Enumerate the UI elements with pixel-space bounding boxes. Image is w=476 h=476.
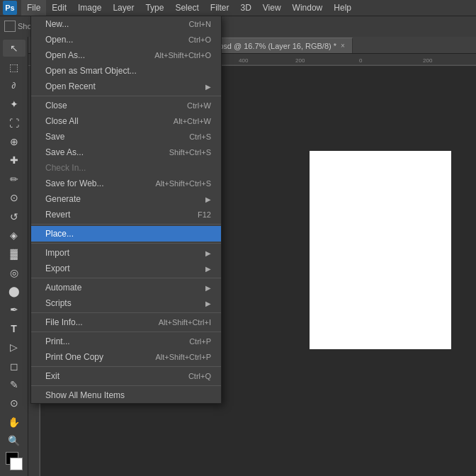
marquee-tool-button[interactable]: ⬚ (3, 58, 26, 75)
menu-item-automate[interactable]: Automate ▶ (31, 280, 221, 295)
menu-image[interactable]: Image (72, 0, 107, 16)
menu-item-scripts[interactable]: Scripts ▶ (31, 295, 221, 311)
gradient-tool-button[interactable]: ▓ (3, 245, 26, 262)
blur-tool-button[interactable]: ◎ (3, 264, 26, 281)
menu-type[interactable]: Type (140, 0, 169, 16)
menu-item-file-info[interactable]: File Info... Alt+Shift+Ctrl+I (31, 314, 221, 330)
magic-wand-tool-button[interactable]: ✦ (3, 96, 26, 113)
menu-item-save[interactable]: Save Ctrl+S (31, 129, 221, 144)
app-logo: Ps (3, 1, 17, 15)
menu-window[interactable]: Window (287, 0, 329, 16)
separator-7 (31, 366, 221, 367)
separator-5 (31, 312, 221, 313)
menu-item-import[interactable]: Import ▶ (31, 245, 221, 261)
lasso-tool-button[interactable]: ∂ (3, 77, 26, 94)
eyedropper2-tool-button[interactable]: ⊙ (3, 395, 26, 412)
menu-edit[interactable]: Edit (46, 0, 72, 16)
menu-3d[interactable]: 3D (234, 0, 256, 16)
separator-4 (31, 278, 221, 278)
svg-text:400: 400 (239, 57, 249, 64)
menu-item-close[interactable]: Close Ctrl+W (31, 98, 221, 113)
zoom-tool-button[interactable]: 🔍 (3, 432, 26, 449)
eraser-tool-button[interactable]: ◈ (3, 227, 26, 244)
shape-tool-button[interactable]: ◻ (3, 357, 26, 374)
menu-item-close-all[interactable]: Close All Alt+Ctrl+W (31, 113, 221, 129)
menu-item-show-all[interactable]: Show All Menu Items (31, 387, 221, 403)
crop-tool-button[interactable]: ⛶ (3, 115, 26, 132)
menu-item-new[interactable]: New... Ctrl+N (31, 16, 221, 32)
menu-item-save-for-web[interactable]: Save for Web... Alt+Shift+Ctrl+S (31, 176, 221, 191)
menu-item-open-recent[interactable]: Open Recent ▶ (31, 79, 221, 94)
stamp-tool-button[interactable]: ⊙ (3, 189, 26, 206)
menu-filter[interactable]: Filter (205, 0, 235, 16)
menu-item-open-smart-object[interactable]: Open as Smart Object... (31, 63, 221, 79)
menu-item-generate[interactable]: Generate ▶ (31, 191, 221, 207)
eyedropper-tool-button[interactable]: ⊕ (3, 133, 26, 150)
separator-1 (31, 96, 221, 96)
separator-6 (31, 332, 221, 332)
healing-tool-button[interactable]: ✚ (3, 152, 26, 169)
notes-tool-button[interactable]: ✎ (3, 376, 26, 393)
history-tool-button[interactable]: ↺ (3, 208, 26, 225)
hand-tool-button[interactable]: ✋ (3, 414, 26, 431)
path-tool-button[interactable]: ▷ (3, 339, 26, 356)
menu-file[interactable]: File (21, 0, 46, 16)
menu-item-open[interactable]: Open... Ctrl+O (31, 32, 221, 47)
menu-item-revert[interactable]: Revert F12 (31, 207, 221, 222)
menu-view[interactable]: View (257, 0, 287, 16)
color-picker[interactable] (3, 452, 26, 473)
menu-item-open-as[interactable]: Open As... Alt+Shift+Ctrl+O (31, 47, 221, 63)
menu-item-save-as[interactable]: Save As... Shift+Ctrl+S (31, 144, 221, 160)
move-tool-button[interactable]: ↖ (3, 40, 26, 57)
pen-tool-button[interactable]: ✒ (3, 301, 26, 318)
type-tool-button[interactable]: T (3, 320, 26, 337)
brush-tool-button[interactable]: ✏ (3, 171, 26, 188)
menu-item-print[interactable]: Print... Ctrl+P (31, 334, 221, 349)
menu-item-place[interactable]: Place... (31, 226, 221, 242)
tab-close-button[interactable]: × (341, 42, 345, 50)
menu-item-print-one-copy[interactable]: Print One Copy Alt+Shift+Ctrl+P (31, 349, 221, 365)
separator-8 (31, 385, 221, 386)
menu-select[interactable]: Select (169, 0, 204, 16)
left-toolbar: ↖ ⬚ ∂ ✦ ⛶ ⊕ ✚ ✏ ⊙ ↺ ◈ ▓ ◎ ⬤ ✒ T ▷ ◻ ✎ ⊙ … (0, 37, 28, 476)
svg-text:200: 200 (423, 57, 433, 64)
separator-3 (31, 243, 221, 244)
menu-item-exit[interactable]: Exit Ctrl+Q (31, 368, 221, 384)
file-dropdown-menu: New... Ctrl+N Open... Ctrl+O Open As... … (30, 16, 222, 404)
canvas-document (310, 151, 451, 349)
menu-item-export[interactable]: Export ▶ (31, 261, 221, 276)
svg-text:0: 0 (359, 57, 363, 64)
separator-2 (31, 224, 221, 225)
menu-help[interactable]: Help (328, 0, 357, 16)
dodge-tool-button[interactable]: ⬤ (3, 283, 26, 300)
svg-text:200: 200 (295, 57, 305, 64)
menu-item-check-in: Check In... (31, 160, 221, 176)
menubar: Ps File Edit Image Layer Type Select Fil… (0, 0, 476, 16)
menu-layer[interactable]: Layer (107, 0, 140, 16)
